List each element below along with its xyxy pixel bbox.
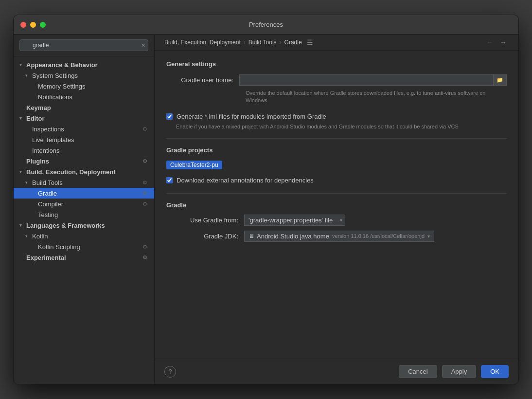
jdk-icon: 🖥 (248, 233, 254, 239)
sidebar-item-memory-settings[interactable]: Memory Settings (14, 81, 154, 91)
traffic-lights (20, 22, 46, 28)
arrow-icon (25, 180, 32, 185)
breadcrumb-bookmark[interactable]: ☰ (307, 38, 313, 46)
sidebar-item-keymap[interactable]: Keymap (14, 102, 154, 113)
section-divider (166, 138, 507, 139)
generate-iml-hint: Enable if you have a mixed project with … (176, 123, 507, 130)
sidebar-item-label: Inspections (32, 126, 142, 133)
sidebar-item-experimental[interactable]: Experimental ⚙ (14, 252, 154, 263)
use-gradle-from-select-wrapper: 'gradle-wrapper.properties' file Local G… (244, 215, 345, 226)
apply-button[interactable]: Apply (442, 365, 477, 378)
preferences-window: Preferences 🔍 ✕ Appearance & Behavior (13, 15, 519, 384)
breadcrumb: Build, Execution, Deployment › Build Too… (155, 35, 518, 51)
projects-list: CulebraTester2-pu (166, 161, 507, 169)
gradle-projects-title: Gradle projects (166, 146, 507, 154)
arrow-icon (19, 62, 26, 67)
breadcrumb-nav: ← → (484, 38, 509, 46)
gradle-section-title: Gradle (166, 201, 507, 209)
gear-icon: ⚙ (142, 179, 148, 186)
general-settings-title: General settings (166, 60, 507, 68)
forward-button[interactable]: → (498, 38, 509, 46)
jdk-dropdown-arrow: ▾ (427, 234, 430, 239)
sidebar-item-live-templates[interactable]: Live Templates (14, 134, 154, 145)
gradle-user-home-hint: Override the default location where Grad… (246, 90, 507, 105)
gradle-user-home-input-container: 📁 (239, 74, 507, 86)
sidebar-item-kotlin[interactable]: Kotlin (14, 231, 154, 241)
use-gradle-from-label: Use Gradle from: (166, 217, 244, 224)
sidebar-item-label: Plugins (26, 158, 142, 165)
arrow-icon (25, 234, 32, 238)
search-input[interactable] (19, 39, 148, 51)
download-annotations-label: Download external annotations for depend… (177, 176, 314, 185)
sidebar-item-appearance[interactable]: Appearance & Behavior (14, 59, 154, 70)
gear-icon: ⚙ (142, 126, 148, 132)
sidebar-item-label: Experimental (26, 254, 142, 261)
sidebar-tree: Appearance & Behavior System Settings Me… (14, 56, 154, 384)
generate-iml-row: Generate *.iml files for modules importe… (166, 112, 507, 121)
sidebar: 🔍 ✕ Appearance & Behavior System Setting… (14, 35, 155, 384)
sidebar-item-label: Kotlin Scripting (38, 243, 142, 251)
sidebar-item-label: Compiler (38, 200, 142, 208)
download-annotations-row: Download external annotations for depend… (166, 176, 507, 185)
help-button[interactable]: ? (164, 366, 176, 378)
sidebar-item-label: Build, Execution, Deployment (26, 168, 148, 176)
jdk-version: version 11.0.16 /usr/local/Cellar/openjd (332, 233, 425, 239)
settings-content: General settings Gradle user home: 📁 Ove… (155, 51, 518, 359)
sidebar-item-intentions[interactable]: Intentions (14, 145, 154, 156)
gradle-jdk-row: Gradle JDK: 🖥 Android Studio java home v… (166, 231, 507, 242)
cancel-button[interactable]: Cancel (399, 365, 437, 378)
sidebar-item-build-tools[interactable]: Build Tools ⚙ (14, 177, 154, 188)
sidebar-item-compiler[interactable]: Compiler ⚙ (14, 199, 154, 209)
maximize-button[interactable] (40, 22, 46, 28)
sidebar-item-label: Build Tools (32, 179, 142, 186)
gradle-user-home-input[interactable] (239, 74, 493, 86)
sidebar-item-notifications[interactable]: Notifications (14, 91, 154, 102)
generate-iml-checkbox[interactable] (166, 113, 173, 120)
sidebar-item-system-settings[interactable]: System Settings (14, 70, 154, 81)
search-clear-icon[interactable]: ✕ (141, 42, 145, 49)
main-content: 🔍 ✕ Appearance & Behavior System Setting… (14, 35, 518, 384)
sidebar-item-editor[interactable]: Editor (14, 113, 154, 124)
close-button[interactable] (20, 22, 26, 28)
gradle-jdk-label: Gradle JDK: (166, 233, 244, 240)
gradle-jdk-select[interactable]: 🖥 Android Studio java home version 11.0.… (244, 231, 434, 242)
breadcrumb-sep1: › (244, 39, 246, 46)
sidebar-item-label: Notifications (38, 93, 148, 101)
download-annotations-checkbox[interactable] (166, 177, 173, 183)
project-tag[interactable]: CulebraTester2-pu (166, 161, 222, 169)
sidebar-item-plugins[interactable]: Plugins ⚙ (14, 156, 154, 166)
gear-icon: ⚙ (142, 200, 148, 207)
gear-icon: ⚙ (142, 190, 148, 197)
sidebar-item-label: Gradle (38, 190, 142, 197)
sidebar-item-kotlin-scripting[interactable]: Kotlin Scripting ⚙ (14, 241, 154, 252)
sidebar-item-label: Live Templates (32, 136, 148, 144)
sidebar-item-testing[interactable]: Testing (14, 209, 154, 220)
sidebar-item-label: Languages & Frameworks (26, 222, 148, 229)
arrow-icon (19, 169, 26, 174)
gear-icon: ⚙ (142, 158, 148, 164)
sidebar-item-label: Appearance & Behavior (26, 61, 148, 69)
window-title: Preferences (249, 21, 283, 28)
generate-iml-label: Generate *.iml files for modules importe… (177, 112, 326, 121)
breadcrumb-part2[interactable]: Build Tools (248, 39, 277, 46)
sidebar-item-label: Intentions (32, 147, 148, 154)
search-container: 🔍 ✕ (14, 35, 154, 56)
minimize-button[interactable] (30, 22, 36, 28)
use-gradle-from-select[interactable]: 'gradle-wrapper.properties' file Local G… (244, 215, 345, 226)
sidebar-item-label: Testing (38, 211, 148, 218)
breadcrumb-part1[interactable]: Build, Execution, Deployment (164, 39, 241, 46)
back-button[interactable]: ← (484, 38, 495, 46)
title-bar: Preferences (14, 15, 518, 35)
sidebar-item-inspections[interactable]: Inspections ⚙ (14, 124, 154, 134)
bottom-bar: ? Cancel Apply OK (155, 359, 518, 384)
sidebar-item-languages[interactable]: Languages & Frameworks (14, 220, 154, 231)
ok-button[interactable]: OK (481, 365, 509, 378)
arrow-icon (25, 73, 32, 78)
browse-button[interactable]: 📁 (493, 74, 507, 86)
sidebar-item-build-execution[interactable]: Build, Execution, Deployment (14, 166, 154, 177)
sidebar-item-gradle[interactable]: Gradle ⚙ (14, 188, 154, 199)
gear-icon: ⚙ (142, 243, 148, 250)
sidebar-item-label: Editor (26, 115, 148, 122)
jdk-select-container: 🖥 Android Studio java home version 11.0.… (244, 231, 434, 242)
breadcrumb-part3[interactable]: Gradle (284, 39, 302, 46)
